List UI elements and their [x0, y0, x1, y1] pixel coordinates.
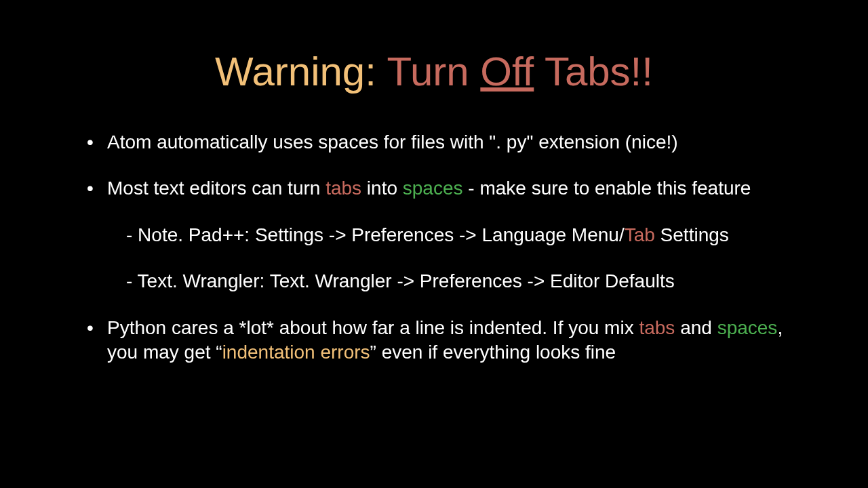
title-turn: Turn [387, 49, 469, 94]
sub1-post: Settings [655, 224, 729, 245]
keyword-tabs: tabs [639, 317, 675, 338]
keyword-tabs: tabs [326, 178, 361, 199]
keyword-spaces: spaces [717, 317, 778, 338]
bullet-2-post: - make sure to enable this feature [463, 178, 751, 199]
bullet-1-text: Atom automatically uses spaces for files… [107, 131, 678, 152]
bullet-3-post: ” even if everything looks fine [370, 342, 616, 363]
keyword-spaces: spaces [403, 178, 463, 199]
keyword-tab: Tab [625, 224, 655, 245]
bullet-3-mid: and [675, 317, 717, 338]
list-item: Most text editors can turn tabs into spa… [81, 176, 787, 293]
title-off: Off [480, 49, 534, 94]
list-item: Atom automatically uses spaces for files… [81, 130, 787, 155]
slide-title: Warning: Turn Off Tabs!! [81, 47, 787, 96]
bullet-2-mid: into [361, 178, 403, 199]
title-tabs: Tabs!! [545, 49, 653, 94]
bullet-list: Atom automatically uses spaces for files… [81, 130, 787, 365]
sub-item: - Text. Wrangler: Text. Wrangler -> Pref… [126, 269, 787, 293]
list-item: Python cares a *lot* about how far a lin… [81, 316, 787, 365]
title-warning: Warning: [215, 49, 376, 94]
bullet-3-pre: Python cares a *lot* about how far a lin… [107, 317, 639, 338]
sub1-pre: - Note. Pad++: Settings -> Preferences -… [126, 224, 625, 245]
sub-item: - Note. Pad++: Settings -> Preferences -… [126, 223, 787, 247]
bullet-2-pre: Most text editors can turn [107, 178, 326, 199]
sub2-text: - Text. Wrangler: Text. Wrangler -> Pref… [126, 270, 675, 291]
keyword-error: indentation errors [222, 342, 370, 363]
slide: Warning: Turn Off Tabs!! Atom automatica… [0, 0, 868, 488]
